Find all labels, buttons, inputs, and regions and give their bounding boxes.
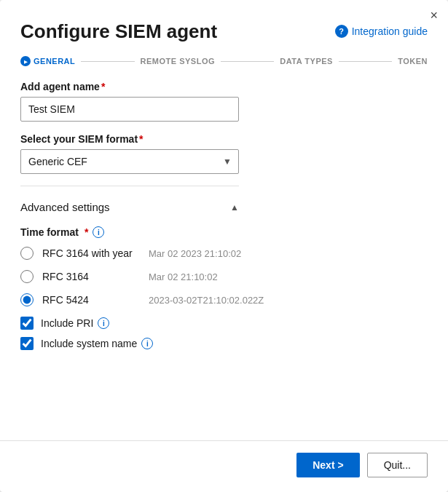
agent-name-label: Add agent name* [20, 81, 428, 92]
checkbox-pri-label: Include PRI i [41, 317, 109, 329]
siem-format-select-wrapper: Generic CEF Splunk QRadar ArcSight ▼ [20, 149, 239, 174]
next-button[interactable]: Next > [296, 453, 359, 477]
wizard-steps: GENERAL REMOTE SYSLOG DATA TYPES TOKEN [0, 43, 448, 66]
step-data-types[interactable]: DATA TYPES [280, 57, 333, 66]
step-divider-2 [221, 61, 274, 62]
radio-example-rfc3164year: Mar 02 2023 21:10:02 [149, 248, 241, 259]
advanced-settings-toggle[interactable]: Advanced settings ▲ [20, 198, 239, 216]
step-general[interactable]: GENERAL [20, 56, 75, 66]
radio-option-rfc5424: RFC 5424 2023-03-02T21:10:02.022Z [20, 293, 428, 306]
time-format-required: * [85, 226, 88, 238]
chevron-up-icon: ▲ [230, 202, 239, 213]
radio-label-rfc5424: RFC 5424 [42, 294, 137, 306]
radio-option-rfc3164: RFC 3164 Mar 02 21:10:02 [20, 270, 428, 283]
checkbox-pri-input[interactable] [20, 317, 34, 330]
checkbox-include-system-name: Include system name i [20, 337, 428, 350]
required-star: * [101, 81, 105, 92]
section-divider [20, 186, 239, 186]
help-circle-icon: ? [335, 25, 348, 38]
modal-body: Add agent name* Select your SIEM format*… [0, 66, 448, 440]
radio-label-rfc3164: RFC 3164 [42, 271, 137, 282]
include-system-name-info-icon[interactable]: i [141, 338, 153, 349]
time-format-label: Time format * i [20, 226, 428, 238]
modal-footer: Next > Quit... [0, 440, 448, 492]
radio-rfc3164[interactable] [20, 270, 34, 283]
modal-title: Configure SIEM agent [20, 20, 217, 43]
advanced-settings-content: Time format * i RFC 3164 with year Mar 0… [20, 226, 428, 350]
checkbox-system-name-label: Include system name i [41, 338, 153, 349]
siem-format-label: Select your SIEM format* [20, 133, 428, 145]
include-pri-info-icon[interactable]: i [98, 317, 109, 329]
radio-rfc3164year[interactable] [20, 247, 34, 260]
checkbox-include-pri: Include PRI i [20, 317, 428, 330]
radio-label-rfc3164year: RFC 3164 with year [42, 247, 137, 259]
time-format-info-icon[interactable]: i [93, 226, 104, 238]
agent-name-group: Add agent name* [20, 81, 428, 122]
required-star-2: * [139, 133, 143, 145]
quit-button[interactable]: Quit... [367, 453, 428, 477]
siem-format-select[interactable]: Generic CEF Splunk QRadar ArcSight [20, 149, 239, 174]
step-token[interactable]: TOKEN [398, 57, 428, 66]
radio-example-rfc3164: Mar 02 21:10:02 [149, 271, 218, 282]
siem-format-group: Select your SIEM format* Generic CEF Spl… [20, 133, 428, 174]
step-active-icon [20, 56, 31, 66]
radio-example-rfc5424: 2023-03-02T21:10:02.022Z [149, 295, 264, 306]
advanced-settings-label: Advanced settings [20, 201, 110, 213]
step-divider-3 [339, 61, 392, 62]
radio-option-rfc3164year: RFC 3164 with year Mar 02 2023 21:10:02 [20, 247, 428, 260]
configure-siem-modal: × Configure SIEM agent ? Integration gui… [0, 0, 448, 492]
step-remote-syslog[interactable]: REMOTE SYSLOG [141, 57, 215, 66]
modal-header: Configure SIEM agent ? Integration guide [0, 0, 448, 43]
integration-guide-label: Integration guide [352, 25, 428, 37]
close-button[interactable]: × [430, 9, 438, 22]
agent-name-input[interactable] [20, 97, 239, 122]
checkbox-system-name-input[interactable] [20, 337, 34, 350]
step-divider-1 [81, 61, 134, 62]
integration-guide-link[interactable]: ? Integration guide [335, 25, 428, 38]
radio-rfc5424[interactable] [20, 293, 34, 306]
